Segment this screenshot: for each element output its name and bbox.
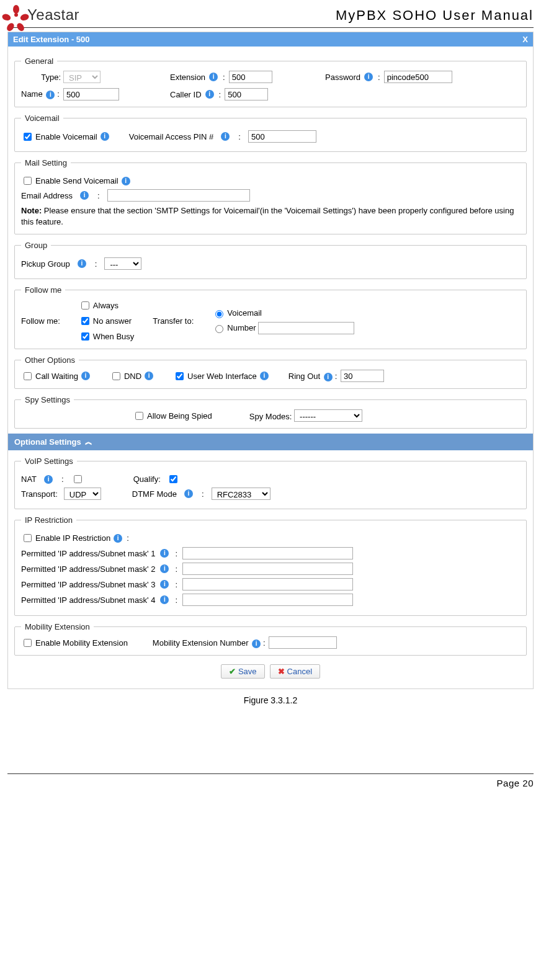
dialog-title: Edit Extension - 500 — [13, 35, 90, 44]
info-icon[interactable]: i — [81, 372, 90, 380]
info-icon[interactable]: i — [145, 372, 153, 380]
group-fieldset: Group Pickup Group i: --- — [14, 241, 527, 279]
info-icon[interactable]: i — [160, 549, 169, 558]
dialog-titlebar: Edit Extension - 500 X — [8, 32, 533, 47]
user-web-interface-label: User Web Interface — [187, 372, 257, 381]
enable-send-voicemail-label: Enable Send Voicemail — [35, 176, 118, 185]
info-icon[interactable]: i — [114, 534, 122, 543]
voicemail-pin-field[interactable] — [248, 130, 316, 143]
pickup-group-select[interactable]: --- — [104, 257, 141, 270]
enable-ip-restriction-label: Enable IP Restriction — [35, 533, 110, 543]
general-legend: General — [21, 56, 57, 66]
chevron-up-icon: ︽ — [85, 437, 92, 447]
callerid-label: Caller ID — [170, 90, 202, 99]
pickup-group-label: Pickup Group — [21, 259, 70, 269]
mobility-number-label: Mobility Extension Number — [153, 638, 249, 648]
other-options-fieldset: Other Options Call Waitingi DNDi User We… — [14, 355, 527, 389]
permitted-ip-3-field[interactable] — [182, 578, 353, 590]
other-options-legend: Other Options — [21, 355, 79, 365]
email-address-field[interactable] — [107, 189, 250, 202]
followme-noanswer-checkbox[interactable] — [81, 317, 89, 325]
permitted-ip-4-field[interactable] — [182, 594, 353, 606]
password-label: Password — [325, 73, 360, 82]
transfer-to-label: Transfer to: — [153, 316, 194, 326]
follow-me-fieldset: Follow me Follow me: Always No answer Wh… — [14, 285, 527, 349]
dtmf-mode-label: DTMF Mode — [132, 489, 177, 499]
follow-me-label: Follow me: — [21, 316, 60, 326]
followme-whenbusy-checkbox[interactable] — [81, 332, 89, 341]
dnd-checkbox[interactable] — [112, 372, 120, 380]
allow-being-spied-checkbox[interactable] — [135, 412, 143, 420]
nat-label: NAT — [21, 474, 37, 484]
allow-being-spied-label: Allow Being Spied — [147, 411, 212, 421]
cancel-button[interactable]: ✖ Cancel — [270, 664, 320, 679]
info-icon[interactable]: i — [44, 475, 53, 484]
enable-voicemail-checkbox[interactable] — [24, 133, 32, 141]
spy-modes-select[interactable]: ------ — [294, 409, 362, 422]
check-icon: ✔ — [229, 667, 236, 676]
transfer-voicemail-radio[interactable] — [215, 310, 223, 318]
info-icon[interactable]: i — [209, 73, 218, 81]
info-icon[interactable]: i — [260, 372, 269, 380]
ip-restriction-legend: IP Restriction — [21, 515, 76, 525]
info-icon[interactable]: i — [160, 595, 169, 604]
qualify-checkbox[interactable] — [169, 475, 177, 483]
permitted-ip-2-label: Permitted 'IP address/Subnet mask' 2 — [21, 564, 155, 574]
enable-voicemail-label: Enable Voicemail — [35, 132, 97, 141]
cancel-button-label: Cancel — [287, 667, 312, 676]
close-icon[interactable]: X — [522, 35, 528, 44]
info-icon[interactable]: i — [184, 489, 193, 498]
password-field[interactable] — [384, 71, 452, 83]
followme-always-checkbox[interactable] — [81, 301, 89, 310]
info-icon[interactable]: i — [160, 580, 169, 589]
page-number: Page 20 — [497, 778, 534, 788]
permitted-ip-2-field[interactable] — [182, 563, 353, 575]
info-icon[interactable]: i — [364, 73, 373, 81]
info-icon[interactable]: i — [205, 90, 214, 99]
transport-label: Transport: — [21, 489, 58, 499]
type-select[interactable]: SIP — [63, 71, 101, 83]
logo: Yeastar — [7, 6, 79, 24]
transfer-number-field[interactable] — [258, 322, 354, 334]
info-icon[interactable]: i — [324, 373, 333, 381]
enable-ip-restriction-checkbox[interactable] — [24, 534, 32, 542]
dnd-label: DND — [124, 372, 141, 381]
group-legend: Group — [21, 241, 51, 250]
call-waiting-label: Call Waiting — [35, 372, 78, 381]
user-web-interface-checkbox[interactable] — [176, 372, 184, 380]
permitted-ip-1-field[interactable] — [182, 547, 353, 559]
info-icon[interactable]: i — [78, 259, 86, 268]
dtmf-mode-select[interactable]: RFC2833 — [212, 488, 270, 500]
follow-me-legend: Follow me — [21, 285, 65, 295]
call-waiting-checkbox[interactable] — [24, 372, 32, 380]
voicemail-fieldset: Voicemail Enable Voicemail i Voicemail A… — [14, 114, 527, 152]
optional-settings-header[interactable]: Optional Settings ︽ — [8, 434, 533, 450]
callerid-field[interactable] — [225, 88, 268, 100]
name-field[interactable] — [63, 88, 119, 100]
spy-modes-label: Spy Modes: — [249, 412, 292, 421]
info-icon[interactable]: i — [252, 639, 261, 648]
info-icon[interactable]: i — [80, 191, 89, 200]
voicemail-legend: Voicemail — [21, 114, 63, 123]
spy-settings-fieldset: Spy Settings Allow Being Spied Spy Modes… — [14, 395, 527, 429]
ip-restriction-fieldset: IP Restriction Enable IP Restriction i: … — [14, 515, 527, 616]
extension-field[interactable] — [229, 71, 272, 83]
transport-select[interactable]: UDP — [64, 488, 101, 500]
document-title: MyPBX SOHO User Manual — [336, 7, 534, 24]
nat-checkbox[interactable] — [74, 475, 82, 483]
mobility-extension-legend: Mobility Extension — [21, 622, 94, 631]
ring-out-field[interactable] — [341, 370, 384, 382]
info-icon[interactable]: i — [101, 132, 109, 141]
save-button[interactable]: ✔ Save — [221, 664, 265, 679]
transfer-voicemail-label: Voicemail — [227, 308, 262, 318]
info-icon[interactable]: i — [46, 91, 55, 99]
info-icon[interactable]: i — [122, 177, 130, 185]
permitted-ip-1-label: Permitted 'IP address/Subnet mask' 1 — [21, 549, 155, 558]
email-address-label: Email Address — [21, 191, 73, 200]
info-icon[interactable]: i — [221, 132, 230, 141]
info-icon[interactable]: i — [160, 564, 169, 573]
enable-mobility-checkbox[interactable] — [24, 639, 32, 647]
enable-send-voicemail-checkbox[interactable] — [24, 177, 32, 185]
mobility-number-field[interactable] — [269, 636, 337, 649]
transfer-number-radio[interactable] — [215, 325, 223, 333]
